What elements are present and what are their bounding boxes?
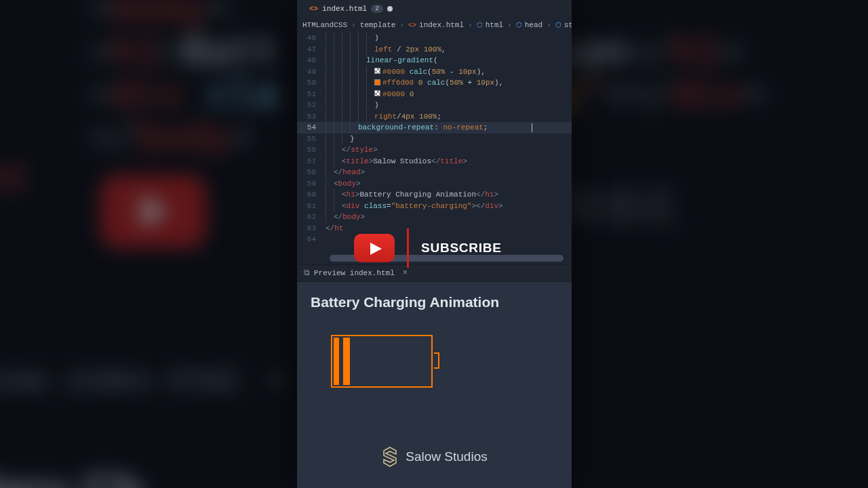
- youtube-play-icon[interactable]: [354, 234, 395, 262]
- code-line[interactable]: 60<h1>Battery Charging Animation</h1>: [297, 189, 572, 201]
- breadcrumb: HTMLandCSS›template›<> index.html›⬡ html…: [297, 18, 572, 33]
- code-line[interactable]: 46): [297, 33, 572, 44]
- code-line[interactable]: 47left / 2px 100%,: [297, 44, 572, 56]
- code-line[interactable]: 54background-repeat: no-repeat;: [297, 122, 572, 134]
- code-line[interactable]: 57<title>Salow Studios</title>: [297, 156, 572, 167]
- tab-index-html[interactable]: <> index.html 2: [304, 5, 398, 13]
- code-editor[interactable]: 46)47left / 2px 100%,48linear-gradient(4…: [297, 33, 572, 249]
- battery-cap: [434, 352, 439, 369]
- code-line[interactable]: 51#0000 0: [297, 89, 572, 100]
- code-line[interactable]: 55}: [297, 134, 572, 145]
- code-line[interactable]: 48linear-gradient(: [297, 55, 572, 66]
- battery-bar-1: [334, 338, 339, 385]
- code-line[interactable]: 62</body>: [297, 211, 572, 223]
- code-line[interactable]: 52): [297, 100, 572, 111]
- brand-footer: Salow Studios: [311, 446, 558, 476]
- brand-logo-icon: [381, 446, 399, 468]
- tab-label: index.html: [322, 5, 367, 13]
- preview-pane: Battery Charging Animation Salow Studios: [297, 282, 572, 489]
- subscribe-overlay: SUBSCRIBE: [354, 228, 502, 268]
- code-line[interactable]: 61<div class="battery-charging"></div>: [297, 201, 572, 212]
- preview-tab[interactable]: ⧉ Preview index.html ×: [304, 268, 408, 278]
- html-file-icon: <>: [309, 5, 318, 13]
- code-line[interactable]: 56</style>: [297, 144, 572, 156]
- preview-tab-label: Preview index.html: [314, 269, 395, 277]
- tab-badge: 2: [371, 5, 382, 13]
- unsaved-dot-icon: [387, 6, 393, 12]
- subscribe-text: SUBSCRIBE: [421, 241, 502, 256]
- battery-graphic: [331, 335, 433, 388]
- code-line[interactable]: 58</head>: [297, 167, 572, 178]
- brand-name: Salow Studios: [406, 449, 487, 464]
- code-line[interactable]: 53right/4px 100%;: [297, 111, 572, 123]
- battery-bar-2: [343, 338, 350, 385]
- preview-heading: Battery Charging Animation: [311, 294, 558, 310]
- code-line[interactable]: 50#ff6d00 0 calc(50% + 10px),: [297, 77, 572, 89]
- preview-icon: ⧉: [304, 268, 310, 278]
- close-icon[interactable]: ×: [403, 268, 408, 278]
- code-line[interactable]: 49#0000 calc(50% - 10px),: [297, 66, 572, 78]
- editor-tabbar: <> index.html 2: [297, 0, 572, 18]
- code-line[interactable]: 59<body>: [297, 178, 572, 190]
- subscribe-separator: [407, 228, 409, 268]
